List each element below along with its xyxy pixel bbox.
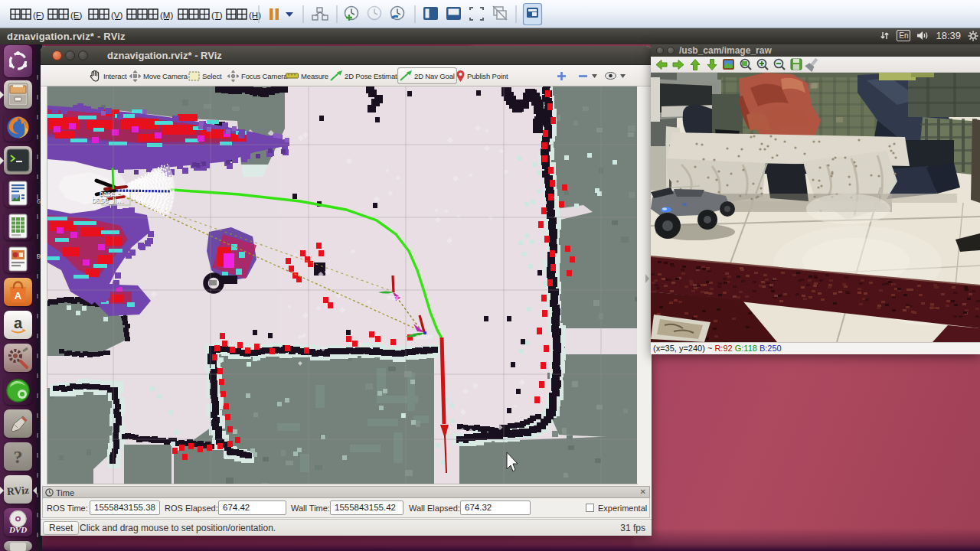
- svg-text:base_li…: base_li…: [92, 196, 124, 204]
- svg-text:?: ?: [14, 447, 23, 467]
- svg-text:a: a: [14, 315, 23, 331]
- svg-text:DVD: DVD: [8, 525, 27, 534]
- svg-text:odom: odom: [416, 333, 433, 341]
- svg-text:RViz: RViz: [6, 484, 29, 497]
- svg-text:map: map: [387, 294, 401, 302]
- svg-text:A: A: [15, 290, 22, 302]
